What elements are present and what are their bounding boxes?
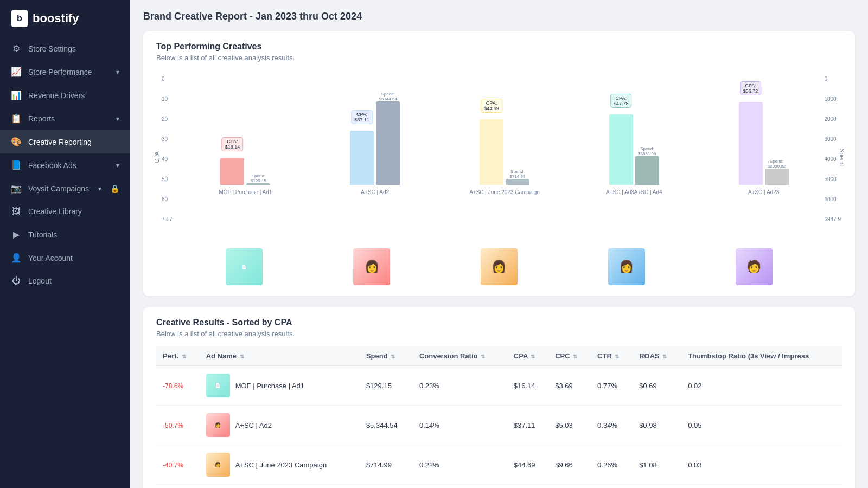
ad-name-text-0: MOF | Purchase | Ad1 [235,382,304,390]
creative-results-card: Creative Results - Sorted by CPA Below i… [143,307,855,488]
chart-group-3: CPA:$44.69 Spend:$714.99 A+SC | June 202… [443,76,567,195]
sidebar-item-reports[interactable]: 📋 Reports ▾ [0,107,130,130]
ad-thumb-2: 👩 [206,453,230,477]
chevron-facebook-ads: ▾ [116,162,119,169]
cell-cpa-1: $37.11 [507,406,548,445]
nav-icon-revenue-drivers: 📊 [11,90,22,100]
cell-ctr-0: 0.77% [591,366,633,406]
sidebar-item-your-account[interactable]: 👤 Your Account [0,246,130,269]
x-label-5: A+SC | Ad23 [748,189,779,195]
thumb-row: 📄 👩 👩 👩 🧑 [156,248,842,285]
table-title: Creative Results - Sorted by CPA [156,318,842,328]
nav-icon-your-account: 👤 [11,253,22,263]
cpa-label-2: CPA:$37.11 [351,110,373,124]
y-ticks-left: 73.7 60 50 40 30 20 10 0 [162,76,172,222]
logo[interactable]: b boostify [0,0,130,37]
cell-cpa-0: $16.14 [507,366,548,406]
sidebar-item-facebook-ads[interactable]: 📘 Facebook Ads ▾ [0,153,130,177]
spend-bar-2: Spend:$5344.54 [376,101,400,185]
spend-bar-4: Spend:$3631.66 [635,156,659,185]
nav-icon-store-settings: ⚙ [11,43,22,54]
sidebar-item-logout[interactable]: ⏻ Logout [0,269,130,292]
sidebar-item-voysit-campaigns[interactable]: 📷 Voysit Campaigns ▾ 🔒 [0,177,130,200]
cell-perf-2: -40.7% [156,445,200,485]
nav-icon-tutorials: ▶ [11,229,22,240]
chart-group-5: CPA:$56.72 Spend:$2098.82 A+SC | Ad23 [701,76,826,195]
main-content: Brand Creative Report - Jan 2023 thru Oc… [130,0,868,488]
col-cpa[interactable]: CPA ⇅ [507,346,548,366]
nav-label-creative-library: Creative Library [28,207,82,216]
cell-perf-3: +-36.6% [156,485,200,489]
cell-adname-3: 👩 A+SC | Ad3A+SC | Ad4 [200,485,360,489]
cpa-bar-3: CPA:$44.69 [480,119,503,185]
thumb-1: 📄 [226,248,263,285]
cell-cpc-0: $3.69 [548,366,591,406]
cpa-label-4: CPA:$47.78 [610,94,632,108]
cell-ctr-2: 0.26% [591,445,633,485]
nav-label-creative-reporting: Creative Reporting [28,138,92,146]
chart-group-4: CPA:$47.78 Spend:$3631.66 A+SC | Ad3A+SC… [572,76,696,195]
col-conversion[interactable]: Conversion Ratio ⇅ [413,346,507,366]
cell-cpa-3: $47.79 [507,485,548,489]
cell-conversion-0: 0.23% [413,366,507,406]
logo-text: boostify [33,11,79,25]
cpa-label-3: CPA:$44.69 [481,99,502,113]
sidebar-item-creative-reporting[interactable]: 🎨 Creative Reporting [0,130,130,153]
cell-thumbstop-3: 0.04 [681,485,842,489]
cpa-bar-4: CPA:$47.78 [609,114,633,185]
table-body: -78.6% 📄 MOF | Purchase | Ad1 $129.15 0.… [156,366,842,489]
nav-label-tutorials: Tutorials [28,230,57,239]
nav-icon-voysit-campaigns: 📷 [11,183,22,194]
thumb-item-3: 👩 [438,248,560,285]
cell-conversion-2: 0.22% [413,445,507,485]
top-creatives-card: Top Performing Creatives Below is a list… [143,31,855,296]
x-label-4: A+SC | Ad3A+SC | Ad4 [606,189,662,195]
col-thumbstop[interactable]: Thumbstop Ratio (3s View / Impress [681,346,842,366]
cell-roas-2: $1.08 [633,445,681,485]
sidebar-item-store-performance[interactable]: 📈 Store Performance ▾ [0,60,130,84]
cell-thumbstop-1: 0.05 [681,406,842,445]
cell-ctr-3: 0.31% [591,485,633,489]
cell-spend-3: $3,631.66 [360,485,413,489]
thumb-item-5: 🧑 [693,248,815,285]
ad-thumb-1: 👩 [206,413,230,437]
col-adname[interactable]: Ad Name ⇅ [200,346,360,366]
ad-thumb-0: 📄 [206,374,230,397]
nav-label-facebook-ads: Facebook Ads [28,161,76,170]
col-ctr[interactable]: CTR ⇅ [591,346,633,366]
col-spend[interactable]: Spend ⇅ [360,346,413,366]
sidebar-item-tutorials[interactable]: ▶ Tutorials [0,223,130,246]
top-creatives-title: Top Performing Creatives [156,42,842,52]
lock-voysit-campaigns: 🔒 [110,184,119,193]
spend-label-4: Spend:$3631.66 [638,146,656,156]
table-row: -78.6% 📄 MOF | Purchase | Ad1 $129.15 0.… [156,366,842,406]
col-cpc[interactable]: CPC ⇅ [548,346,591,366]
sidebar-item-revenue-drivers[interactable]: 📊 Revenue Drivers [0,84,130,107]
top-creatives-subtitle: Below is a list of all creative analysis… [156,54,842,62]
col-perf[interactable]: Perf. ⇅ [156,346,200,366]
nav-icon-facebook-ads: 📘 [11,160,22,170]
table-wrapper: Perf. ⇅ Ad Name ⇅ Spend ⇅ Conversion Rat… [156,346,842,488]
nav-label-your-account: Your Account [28,254,73,262]
sidebar-item-store-settings[interactable]: ⚙ Store Settings [0,37,130,60]
cpa-bar-2: CPA:$37.11 [350,131,374,185]
spend-label-5: Spend:$2098.82 [768,159,786,169]
cell-cpc-1: $5.03 [548,406,591,445]
nav-icon-store-performance: 📈 [11,67,22,77]
spend-bar-3: Spend:$714.99 [506,179,529,185]
cell-cpa-2: $44.69 [507,445,548,485]
cell-conversion-1: 0.14% [413,406,507,445]
chevron-reports: ▾ [116,115,119,123]
thumb-item-4: 👩 [565,248,687,285]
nav-icon-reports: 📋 [11,113,22,124]
sidebar-item-creative-library[interactable]: 🖼 Creative Library [0,200,130,223]
nav-label-revenue-drivers: Revenue Drivers [28,91,85,100]
nav-label-store-performance: Store Performance [28,68,92,76]
table-header: Perf. ⇅ Ad Name ⇅ Spend ⇅ Conversion Rat… [156,346,842,366]
col-roas[interactable]: ROAS ⇅ [633,346,681,366]
nav-label-reports: Reports [28,114,55,123]
spend-label-1: Spend:$129.15 [251,174,266,183]
ad-name-text-2: A+SC | June 2023 Campaign [235,461,327,469]
x-label-1: MOF | Purchase | Ad1 [219,189,272,195]
thumb-3: 👩 [481,248,518,285]
